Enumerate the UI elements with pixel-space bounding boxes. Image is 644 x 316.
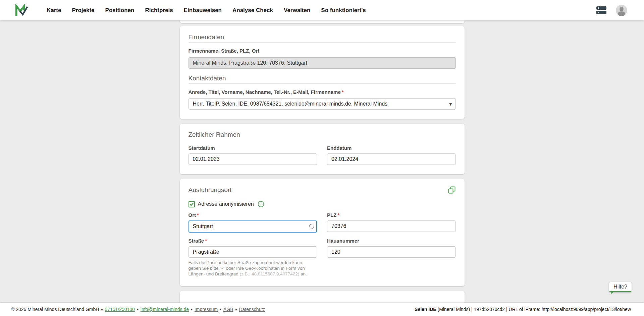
company-field-label: Firmenname, Straße, PLZ, Ort [189,48,456,54]
contact-select[interactable]: Herr, TitelP, Selen, IDE, 0987/654321, s… [189,98,456,110]
ort-label-text: Ort [189,212,196,218]
section-title-kontaktdaten: Kontaktdaten [189,75,456,82]
info-icon[interactable] [258,201,264,207]
divider [189,83,456,84]
section-title-firmendaten: Firmendaten [189,34,456,41]
footer: © 2026 Mineral Minds Deutschland GmbH • … [0,303,644,316]
anonymize-checkbox[interactable] [189,201,195,207]
nav-item-so-funktionierts[interactable]: So funktioniert's [321,7,366,14]
brand-logo-icon[interactable] [15,4,28,17]
form-stack: Firmendaten Firmenname, Straße, PLZ, Ort… [180,20,465,303]
contact-select-value: Herr, TitelP, Selen, IDE, 0987/654321, s… [193,101,388,107]
app-root: Karte Projekte Positionen Richtpreis Ein… [0,0,644,316]
address-grid: Ort* PLZ* [189,212,456,277]
contact-field-label: Anrede, Titel, Vorname, Nachname, Tel.-N… [189,89,456,95]
help-button[interactable]: Hilfe? [609,282,632,292]
strasse-label-text: Straße [189,238,204,244]
plz-input[interactable] [327,220,456,232]
footer-separator: • [235,307,237,312]
footer-left: © 2026 Mineral Minds Deutschland GmbH • … [11,307,265,312]
footer-separator: • [101,307,103,312]
contact-field-label-text: Anrede, Titel, Vorname, Nachname, Tel.-N… [189,89,341,95]
hausnummer-input[interactable] [327,246,456,258]
footer-email-link[interactable]: info@mineral-minds.de [141,307,189,312]
nav-item-richtpreis[interactable]: Richtpreis [145,7,173,14]
plz-label: PLZ* [327,212,456,218]
footer-impressum-link[interactable]: Impressum [195,307,218,312]
strasse-hint-example: (z.B.: 48.8115607,9.4077422) [240,271,300,276]
startdatum-field: Startdatum [189,145,317,165]
divider [189,42,456,43]
card-zeitlicher-rahmen: Zeitlicher Rahmen Startdatum Enddatum [180,124,465,174]
plz-field: PLZ* [327,212,456,233]
copy-icon[interactable] [448,186,456,194]
nav-right-actions [596,5,627,16]
nav-item-verwalten[interactable]: Verwalten [284,7,310,14]
footer-agb-link[interactable]: AGB [223,307,233,312]
strasse-label: Straße* [189,238,317,244]
footer-session-details: (Mineral Minds) | 197d52070cd2 | URL of … [436,307,631,312]
nav-item-einbauweisen[interactable]: Einbauweisen [184,7,222,14]
section-title-zeitlicher-rahmen: Zeitlicher Rahmen [189,131,456,138]
ort-label: Ort* [189,212,317,218]
user-avatar[interactable] [616,5,627,16]
footer-separator: • [220,307,221,312]
section-title-ausfuehrungsort: Ausführungsort [189,186,232,194]
strasse-hint-end: an. [299,271,307,276]
card-firmendaten: Firmendaten Firmenname, Straße, PLZ, Ort… [180,26,465,119]
chevron-down-icon: ▾ [449,101,452,107]
ausfuehrungsort-header: Ausführungsort [189,186,456,194]
footer-separator: • [191,307,193,312]
ort-input[interactable] [189,220,317,233]
enddatum-input[interactable] [327,153,456,165]
required-mark: * [337,212,339,218]
anonymize-label[interactable]: Adresse anonymisieren [198,201,254,207]
spinner-icon [309,224,314,229]
anonymize-row: Adresse anonymisieren [189,201,456,207]
startdatum-label: Startdatum [189,145,317,151]
footer-phone-link[interactable]: 07151/250100 [105,307,135,312]
strasse-input[interactable] [189,246,317,258]
enddatum-field: Enddatum [327,145,456,165]
dates-grid: Startdatum Enddatum [189,145,456,165]
server-icon[interactable] [596,6,607,15]
required-mark: * [342,89,344,95]
ort-input-wrap [189,220,317,233]
footer-datenschutz-link[interactable]: Datenschutz [239,307,265,312]
startdatum-input[interactable] [189,153,317,165]
help-button-label: Hilfe? [613,284,627,290]
hausnummer-label: Hausnummer [327,238,456,244]
footer-session-info: Selen IDE (Mineral Minds) | 197d52070cd2… [415,307,631,312]
main-content: Firmendaten Firmenname, Straße, PLZ, Ort… [0,20,644,303]
nav-item-analyse-check[interactable]: Analyse Check [232,7,273,14]
required-mark: * [197,212,199,218]
required-mark: * [205,238,207,244]
ort-field: Ort* [189,212,317,233]
top-nav: Karte Projekte Positionen Richtpreis Ein… [0,0,644,20]
nav-item-positionen[interactable]: Positionen [105,7,135,14]
plz-label-text: PLZ [327,212,336,218]
card-partial-bottom [180,291,465,303]
company-readonly-input [189,57,456,69]
footer-separator: • [137,307,139,312]
footer-copyright: © 2026 Mineral Minds Deutschland GmbH [11,307,99,312]
company-field-label-text: Firmenname, Straße, PLZ, Ort [189,48,260,54]
strasse-hint: Falls die Position keiner Straße zugeord… [189,260,317,277]
card-ausfuehrungsort: Ausführungsort Adresse anonymi [180,179,465,286]
hausnummer-field: Hausnummer [327,238,456,277]
card-partial-top [180,20,465,23]
footer-session-user: Selen IDE [415,307,436,312]
nav-item-projekte[interactable]: Projekte [72,7,94,14]
strasse-field: Straße* Falls die Position keiner Straße… [189,238,317,277]
enddatum-label: Enddatum [327,145,456,151]
nav-menu: Karte Projekte Positionen Richtpreis Ein… [47,7,366,14]
nav-item-karte[interactable]: Karte [47,7,61,14]
